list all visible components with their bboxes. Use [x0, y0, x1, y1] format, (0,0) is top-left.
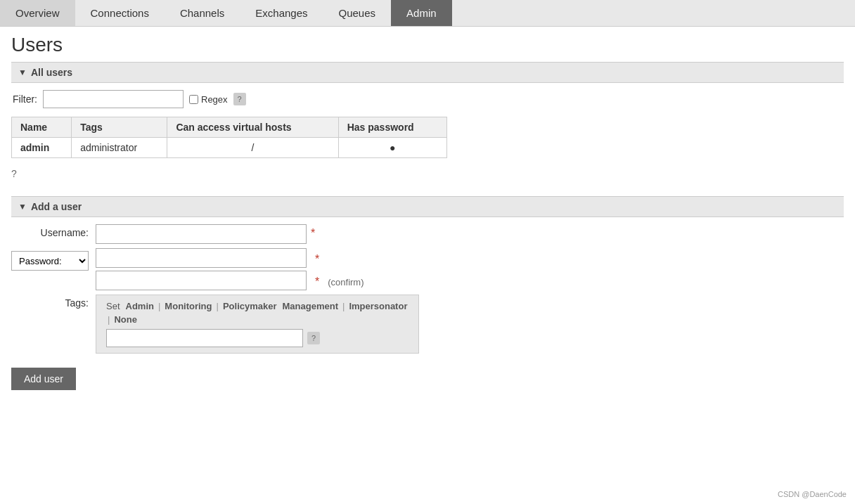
tags-text-input[interactable]	[106, 329, 303, 347]
all-users-section-header[interactable]: ▼ All users	[11, 62, 844, 83]
cell-tags: administrator	[72, 138, 167, 158]
cell-name: admin	[12, 138, 72, 158]
nav-admin[interactable]: Admin	[391, 0, 452, 26]
all-users-chevron: ▼	[18, 67, 27, 77]
page-title: Users	[11, 34, 844, 56]
tag-management[interactable]: Management	[283, 301, 338, 311]
password-inputs: * * (confirm)	[96, 248, 364, 290]
password-required: *	[311, 250, 319, 266]
users-table: Name Tags Can access virtual hosts Has p…	[11, 117, 447, 158]
table-help-button[interactable]: ?	[11, 165, 844, 182]
set-label: Set	[106, 301, 120, 311]
username-required: *	[307, 224, 315, 240]
nav-queues[interactable]: Queues	[323, 0, 392, 26]
tags-label: Tags:	[11, 295, 96, 309]
regex-checkbox[interactable]	[189, 95, 198, 104]
add-user-chevron: ▼	[18, 202, 27, 212]
nav-channels[interactable]: Channels	[165, 0, 240, 26]
cell-virtual-hosts: /	[167, 138, 338, 158]
add-user-label: Add a user	[31, 201, 82, 212]
tag-none[interactable]: None	[114, 314, 137, 325]
col-name: Name	[12, 117, 72, 138]
nav-connections[interactable]: Connections	[75, 0, 165, 26]
password-row: Password: No password * * (confirm)	[11, 248, 844, 290]
filter-row: Filter: Regex ?	[11, 90, 844, 108]
all-users-label: All users	[31, 67, 72, 78]
add-user-button[interactable]: Add user	[11, 368, 76, 390]
tags-set-row: Set Admin | Monitoring | Policymaker Man…	[106, 301, 409, 325]
regex-label: Regex	[201, 94, 228, 105]
username-input[interactable]	[96, 224, 307, 244]
top-nav: Overview Connections Channels Exchanges …	[0, 0, 855, 27]
password-input[interactable]	[96, 248, 307, 268]
tag-admin[interactable]: Admin	[126, 301, 154, 311]
tag-monitoring[interactable]: Monitoring	[165, 301, 212, 311]
cell-has-password: ●	[338, 138, 446, 158]
filter-input[interactable]	[43, 90, 184, 108]
nav-exchanges[interactable]: Exchanges	[240, 0, 323, 26]
col-has-password: Has password	[338, 117, 446, 138]
nav-overview[interactable]: Overview	[0, 0, 75, 26]
username-label: Username:	[11, 224, 96, 238]
table-row[interactable]: admin administrator / ●	[12, 138, 447, 158]
filter-help-button[interactable]: ?	[233, 93, 246, 105]
tag-policymaker[interactable]: Policymaker	[223, 301, 277, 311]
password-confirm-input[interactable]	[96, 271, 307, 290]
tags-help-button[interactable]: ?	[307, 332, 320, 344]
tag-impersonator[interactable]: Impersonator	[349, 301, 407, 311]
tags-box: Set Admin | Monitoring | Policymaker Man…	[96, 295, 419, 354]
password-type-select[interactable]: Password: No password	[11, 251, 89, 271]
confirm-text: (confirm)	[323, 274, 364, 287]
col-tags: Tags	[72, 117, 167, 138]
tags-row: Tags: Set Admin | Monitoring | Policymak…	[11, 295, 844, 354]
add-user-section: ▼ Add a user Username: * Password: No pa…	[11, 196, 844, 390]
add-user-section-header[interactable]: ▼ Add a user	[11, 196, 844, 217]
username-row: Username: *	[11, 224, 844, 244]
regex-checkbox-group: Regex	[189, 94, 228, 105]
col-virtual-hosts: Can access virtual hosts	[167, 117, 338, 138]
password-confirm-required: *	[311, 273, 319, 288]
filter-label: Filter:	[13, 93, 37, 105]
tags-input-row: ?	[106, 329, 409, 347]
